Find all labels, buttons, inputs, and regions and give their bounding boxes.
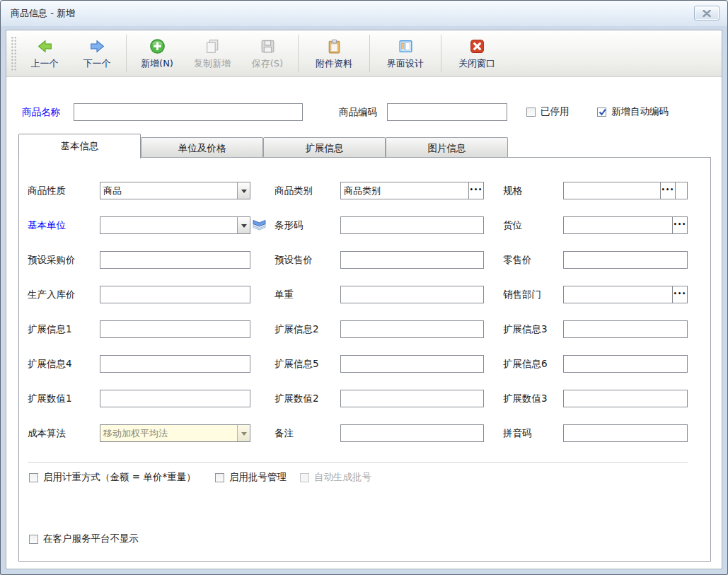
ext-info3-field[interactable]	[563, 320, 688, 338]
close-window-button[interactable]: 关闭窗口	[444, 33, 509, 74]
ext-num2-value[interactable]	[341, 390, 483, 407]
location-value[interactable]	[564, 217, 672, 233]
add-new-button[interactable]: 新增(N)	[129, 33, 185, 74]
browse-button[interactable]: •••	[468, 182, 483, 199]
ext-num3-field[interactable]	[563, 390, 688, 407]
ext-info6-label: 扩展信息6	[503, 355, 548, 373]
attachments-button[interactable]: 附件资料	[301, 33, 366, 74]
tab-extended-info[interactable]: 扩展信息	[263, 137, 386, 158]
preset-sale-price-label: 预设售价	[275, 251, 313, 269]
auto-batch-checkbox: 自动生成批号	[300, 472, 371, 483]
cost-method-combobox	[100, 424, 250, 442]
ext-info2-field[interactable]	[340, 320, 484, 338]
retail-price-field[interactable]	[563, 251, 688, 269]
next-button[interactable]: 下一个	[71, 33, 123, 74]
attachments-label: 附件资料	[316, 57, 352, 70]
category-field[interactable]: •••	[340, 182, 484, 199]
ext-info4-field[interactable]	[100, 355, 250, 373]
dropdown-arrow-button[interactable]	[237, 217, 250, 233]
close-icon	[703, 10, 711, 17]
ext-info1-value[interactable]	[100, 321, 250, 337]
save-button: 保存(S)	[240, 33, 295, 74]
ext-num1-field[interactable]	[100, 390, 250, 407]
sales-dept-value[interactable]	[564, 286, 672, 303]
ext-info6-field[interactable]	[563, 355, 688, 373]
ui-design-button[interactable]: 界面设计	[373, 33, 438, 74]
location-field[interactable]: •••	[563, 216, 688, 234]
category-value[interactable]	[341, 182, 468, 199]
dropdown-arrow-button	[237, 425, 250, 441]
production-in-price-value[interactable]	[100, 286, 250, 303]
copy-icon	[204, 37, 221, 55]
product-code-input[interactable]	[387, 103, 507, 121]
product-name-input[interactable]	[74, 103, 303, 121]
autocode-checkbox[interactable]: 新增自动编码	[597, 106, 669, 117]
browse-button[interactable]: •••	[660, 182, 675, 199]
sales-dept-field[interactable]: •••	[563, 286, 688, 303]
base-unit-label[interactable]: 基本单位	[28, 216, 66, 234]
nature-combobox[interactable]	[100, 182, 250, 199]
hide-platform-label: 在客户服务平台不显示	[43, 533, 139, 545]
previous-button[interactable]: 上一个	[18, 33, 71, 74]
dropdown-arrow-button[interactable]	[237, 182, 250, 199]
cost-method-label: 成本算法	[28, 424, 66, 442]
tab-image-info[interactable]: 图片信息	[386, 137, 508, 158]
batch-label: 启用批号管理	[229, 471, 287, 484]
copy-new-button: 复制新增	[185, 33, 240, 74]
ext-num3-value[interactable]	[564, 390, 687, 407]
retail-price-label: 零售价	[503, 251, 532, 269]
barcode-field[interactable]	[340, 216, 484, 234]
ext-num1-label: 扩展数值1	[28, 390, 72, 407]
ext-info3-value[interactable]	[564, 321, 687, 337]
ext-info5-label: 扩展信息5	[275, 355, 319, 373]
ext-info1-field[interactable]	[100, 320, 250, 338]
stopped-checkbox[interactable]: 已停用	[526, 106, 570, 117]
spec-value[interactable]	[564, 182, 660, 199]
unit-weight-value[interactable]	[341, 286, 483, 303]
unit-weight-field[interactable]	[340, 286, 484, 303]
ext-info2-value[interactable]	[341, 321, 483, 337]
checkbox-box	[526, 108, 536, 117]
ext-num2-field[interactable]	[340, 390, 484, 407]
browse-button[interactable]: •••	[672, 217, 687, 233]
production-in-price-field[interactable]	[100, 286, 250, 303]
pinyin-value[interactable]	[564, 425, 687, 441]
product-code-label: 商品编码	[339, 103, 377, 121]
checkbox-box	[29, 535, 38, 544]
pinyin-label: 拼音码	[503, 424, 532, 442]
ext-info5-value[interactable]	[341, 356, 483, 372]
close-window-label: 关闭窗口	[458, 57, 495, 70]
title-bar: 商品信息 - 新增	[1, 1, 727, 26]
ext-info4-value[interactable]	[100, 356, 250, 372]
browse-button[interactable]: •••	[672, 286, 687, 303]
preset-sale-price-value[interactable]	[341, 252, 483, 268]
preset-sale-price-field[interactable]	[340, 251, 484, 269]
weighing-checkbox[interactable]: 启用计重方式（金额 = 单价*重量）	[29, 472, 196, 483]
book-icon	[251, 217, 267, 233]
hide-platform-checkbox[interactable]: 在客户服务平台不显示	[29, 533, 139, 545]
nature-value[interactable]	[100, 182, 237, 199]
remark-value[interactable]	[341, 425, 483, 441]
save-label: 保存(S)	[252, 57, 283, 70]
window-close-button[interactable]	[694, 6, 720, 21]
ext-info2-label: 扩展信息2	[275, 320, 319, 338]
preset-purchase-price-value[interactable]	[100, 252, 250, 268]
ext-info5-field[interactable]	[340, 355, 484, 373]
arrow-right-icon	[88, 37, 106, 55]
remark-field[interactable]	[340, 424, 484, 442]
window-title: 商品信息 - 新增	[11, 7, 75, 20]
base-unit-value[interactable]	[100, 217, 237, 233]
barcode-value[interactable]	[341, 217, 483, 233]
tab-basic-info[interactable]: 基本信息	[18, 134, 141, 158]
tab-unit-and-price[interactable]: 单位及价格	[141, 137, 263, 158]
layout-design-icon	[397, 37, 415, 55]
ext-info6-value[interactable]	[564, 356, 687, 372]
weighing-label: 启用计重方式（金额 = 单价*重量）	[43, 471, 196, 484]
preset-purchase-price-field[interactable]	[100, 251, 250, 269]
ext-num1-value[interactable]	[100, 390, 250, 407]
spec-field[interactable]: •••	[563, 182, 688, 199]
batch-checkbox[interactable]: 启用批号管理	[215, 472, 287, 483]
base-unit-combobox[interactable]	[100, 216, 250, 234]
retail-price-value[interactable]	[564, 252, 687, 268]
pinyin-field[interactable]	[563, 424, 688, 442]
